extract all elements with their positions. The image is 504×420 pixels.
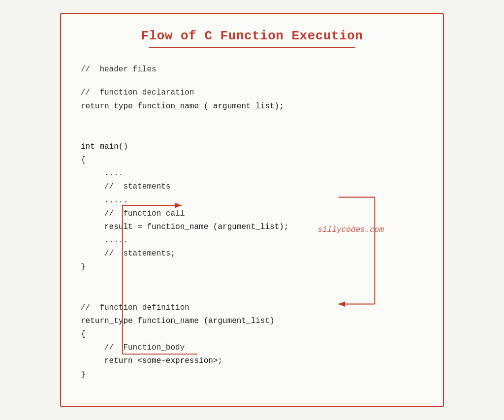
page-title: Flow of C Function Execution: [81, 29, 423, 43]
close-brace-1: }: [81, 260, 423, 274]
func-def-code: return_type function_name (argument_list…: [81, 315, 423, 328]
stmt-comment-1: // statements: [81, 180, 423, 194]
open-brace-1: {: [81, 154, 423, 167]
diagram-container: // header files // function declaration …: [81, 63, 423, 382]
func-body-comment: // Function_body: [81, 341, 423, 355]
header-comment: // header files: [81, 63, 423, 76]
code-section: // header files // function declaration …: [81, 63, 423, 382]
dots-1: ....: [81, 167, 423, 180]
title-underline: [149, 47, 355, 48]
func-call-comment: // function call: [81, 207, 423, 221]
open-brace-2: {: [81, 328, 423, 341]
dots-2: .....: [81, 194, 423, 207]
func-declaration-code: return_type function_name ( argument_lis…: [81, 100, 423, 113]
return-stmt: return <some-expression>;: [81, 355, 423, 368]
func-declaration-comment: // function declaration: [81, 86, 423, 99]
close-brace-2: }: [81, 368, 423, 382]
main-func: int main(): [81, 140, 423, 154]
main-card: Flow of C Function Execution // header f…: [60, 13, 444, 407]
watermark: sillycodes.com: [318, 226, 384, 234]
func-def-comment: // function definition: [81, 301, 423, 315]
dots-3: .....: [81, 234, 423, 247]
stmt-comment-2: // statements;: [81, 247, 423, 260]
